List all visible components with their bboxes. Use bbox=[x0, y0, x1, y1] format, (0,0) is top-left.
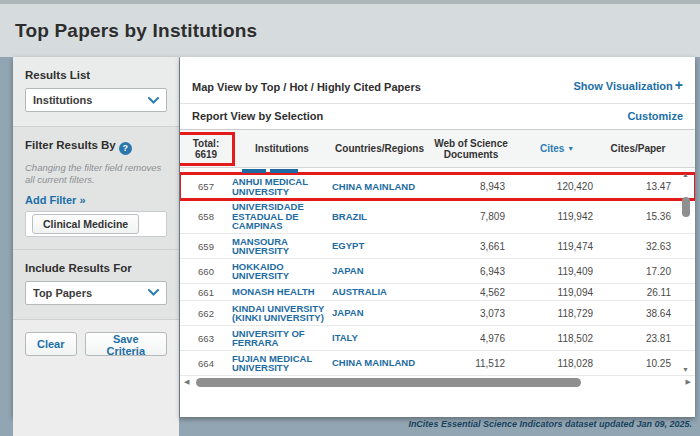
row-wos-documents: 6,943 bbox=[427, 266, 515, 277]
map-view-title: Map View by Top / Hot / Highly Cited Pap… bbox=[192, 81, 421, 93]
page-header: Top Papers by Institutions bbox=[0, 4, 700, 57]
col-header-institutions[interactable]: Institutions bbox=[232, 143, 332, 154]
add-filter-link[interactable]: Add Filter » bbox=[25, 194, 167, 206]
sort-desc-icon: ▼ bbox=[567, 145, 574, 152]
row-institution-link[interactable]: KINDAI UNIVERSITY (KINKI UNIVERSITY) bbox=[232, 304, 332, 323]
report-view-title: Report View by Selection bbox=[192, 110, 323, 122]
scroll-left-icon[interactable]: ◀ bbox=[184, 378, 189, 386]
main-panel: Map View by Top / Hot / Highly Cited Pap… bbox=[180, 57, 695, 417]
row-cites-per-paper: 32.63 bbox=[599, 241, 677, 252]
row-wos-documents: 11,512 bbox=[427, 358, 515, 369]
table-row[interactable]: 660 HOKKAIDO UNIVERSITY JAPAN 6,943 119,… bbox=[180, 259, 695, 284]
row-cites: 119,409 bbox=[515, 266, 599, 277]
dataset-footer: InCites Essential Science Indicators dat… bbox=[408, 419, 692, 429]
row-cites-per-paper: 17.20 bbox=[599, 266, 677, 277]
row-institution-link[interactable]: UNIVERSIDADE ESTADUAL DE CAMPINAS bbox=[232, 202, 332, 231]
filter-field[interactable]: Clinical Medicine bbox=[25, 211, 167, 237]
row-cites: 118,028 bbox=[515, 358, 599, 369]
table-row[interactable]: 659 MANSOURA UNIVERSITY EGYPT 3,661 119,… bbox=[180, 234, 695, 259]
row-cites-per-paper: 23.81 bbox=[599, 333, 677, 344]
row-cites-per-paper: 15.36 bbox=[599, 211, 677, 222]
scroll-right-icon[interactable]: ▶ bbox=[686, 378, 691, 386]
horizontal-scrollbar[interactable]: ◀ ▶ bbox=[180, 376, 695, 389]
horizontal-scroll-thumb[interactable] bbox=[196, 378, 580, 387]
row-wos-documents: 7,809 bbox=[427, 211, 515, 222]
chevron-down-icon bbox=[148, 97, 159, 104]
table-row[interactable]: 657 ANHUI MEDICAL UNIVERSITY CHINA MAINL… bbox=[180, 174, 695, 199]
row-institution-link[interactable]: FUJIAN MEDICAL UNIVERSITY bbox=[232, 354, 332, 373]
clear-button[interactable]: Clear bbox=[25, 332, 77, 356]
row-rank: 660 bbox=[180, 266, 232, 277]
chevron-down-icon bbox=[148, 289, 159, 296]
customize-link[interactable]: Customize bbox=[627, 110, 683, 122]
row-country-link[interactable]: JAPAN bbox=[332, 308, 427, 318]
row-cites: 120,420 bbox=[515, 181, 599, 192]
results-list-label: Results List bbox=[25, 69, 167, 81]
clipped-previous-row bbox=[180, 168, 695, 174]
include-results-selected: Top Papers bbox=[33, 287, 92, 299]
total-label: Total: bbox=[193, 138, 219, 149]
total-count-annotated: Total: 6619 bbox=[180, 135, 232, 163]
col-header-countries[interactable]: Countries/Regions bbox=[332, 143, 427, 154]
col-header-cites-sorted[interactable]: Cites ▼ bbox=[515, 143, 599, 154]
table-row[interactable]: 664 FUJIAN MEDICAL UNIVERSITY CHINA MAIN… bbox=[180, 351, 695, 376]
row-country-link[interactable]: EGYPT bbox=[332, 241, 427, 251]
row-country-link[interactable]: CHINA MAINLAND bbox=[332, 182, 427, 192]
row-country-link[interactable]: BRAZIL bbox=[332, 212, 427, 222]
show-visualization-link[interactable]: Show Visualization+ bbox=[573, 77, 683, 93]
app-window: Top Papers by Institutions Results List … bbox=[0, 0, 700, 436]
include-results-dropdown[interactable]: Top Papers bbox=[25, 281, 167, 305]
row-cites: 119,094 bbox=[515, 287, 599, 298]
filter-section: Filter Results By? Changing the filter f… bbox=[13, 127, 179, 250]
table-row[interactable]: 662 KINDAI UNIVERSITY (KINKI UNIVERSITY)… bbox=[180, 301, 695, 326]
row-country-link[interactable]: CHINA MAINLAND bbox=[332, 358, 427, 368]
row-country-link[interactable]: AUSTRALIA bbox=[332, 287, 427, 297]
filter-chip-clinical-medicine[interactable]: Clinical Medicine bbox=[32, 214, 139, 234]
row-rank: 664 bbox=[180, 358, 232, 369]
row-institution-link[interactable]: MANSOURA UNIVERSITY bbox=[232, 237, 332, 256]
row-wos-documents: 3,073 bbox=[427, 308, 515, 319]
map-view-bar: Map View by Top / Hot / Highly Cited Pap… bbox=[180, 57, 695, 104]
report-view-bar: Report View by Selection Customize bbox=[180, 104, 695, 129]
row-institution-link[interactable]: MONASH HEALTH bbox=[232, 287, 332, 297]
row-wos-documents: 3,661 bbox=[427, 241, 515, 252]
row-country-link[interactable]: ITALY bbox=[332, 333, 427, 343]
save-criteria-button[interactable]: Save Criteria bbox=[85, 332, 167, 356]
sidebar: Results List Institutions Filter Results… bbox=[13, 57, 179, 417]
row-cites-per-paper: 38.64 bbox=[599, 308, 677, 319]
filter-label: Filter Results By bbox=[25, 139, 116, 151]
row-institution-link[interactable]: HOKKAIDO UNIVERSITY bbox=[232, 262, 332, 281]
row-wos-documents: 4,976 bbox=[427, 333, 515, 344]
scroll-up-icon[interactable]: ▲ bbox=[682, 171, 689, 178]
scroll-down-icon[interactable]: ▼ bbox=[682, 366, 689, 373]
results-list-selected: Institutions bbox=[33, 94, 92, 106]
row-institution-link[interactable]: UNIVERSITY OF FERRARA bbox=[232, 329, 332, 348]
row-institution-link[interactable]: ANHUI MEDICAL UNIVERSITY bbox=[232, 177, 332, 196]
row-cites-per-paper: 10.25 bbox=[599, 358, 677, 369]
clipped-text-fragment bbox=[270, 169, 298, 173]
row-cites: 118,729 bbox=[515, 308, 599, 319]
row-rank: 658 bbox=[180, 211, 232, 222]
vertical-scrollbar[interactable]: ▲ ▼ bbox=[680, 171, 693, 373]
page-title: Top Papers by Institutions bbox=[0, 4, 700, 42]
col-header-wos-documents[interactable]: Web of Science Documents bbox=[427, 138, 515, 160]
row-rank: 663 bbox=[180, 333, 232, 344]
include-results-label: Include Results For bbox=[25, 262, 167, 274]
row-rank: 661 bbox=[180, 287, 232, 298]
table-row[interactable]: 663 UNIVERSITY OF FERRARA ITALY 4,976 11… bbox=[180, 326, 695, 351]
help-icon[interactable]: ? bbox=[119, 142, 132, 155]
table-row[interactable]: 661 MONASH HEALTH AUSTRALIA 4,562 119,09… bbox=[180, 284, 695, 301]
table-row[interactable]: 658 UNIVERSIDADE ESTADUAL DE CAMPINAS BR… bbox=[180, 199, 695, 234]
table-header: Total: 6619 Institutions Countries/Regio… bbox=[180, 129, 695, 168]
plus-icon: + bbox=[675, 77, 683, 93]
table-rows: 657 ANHUI MEDICAL UNIVERSITY CHINA MAINL… bbox=[180, 174, 695, 376]
row-rank: 657 bbox=[180, 181, 232, 192]
filter-note: Changing the filter field removes all cu… bbox=[25, 162, 167, 186]
row-cites: 118,502 bbox=[515, 333, 599, 344]
row-country-link[interactable]: JAPAN bbox=[332, 266, 427, 276]
vertical-scroll-thumb[interactable] bbox=[682, 197, 690, 217]
horizontal-scroll-track[interactable] bbox=[194, 378, 680, 387]
col-header-cites-per-paper[interactable]: Cites/Paper bbox=[599, 143, 677, 154]
row-rank: 659 bbox=[180, 241, 232, 252]
results-list-dropdown[interactable]: Institutions bbox=[25, 88, 167, 112]
